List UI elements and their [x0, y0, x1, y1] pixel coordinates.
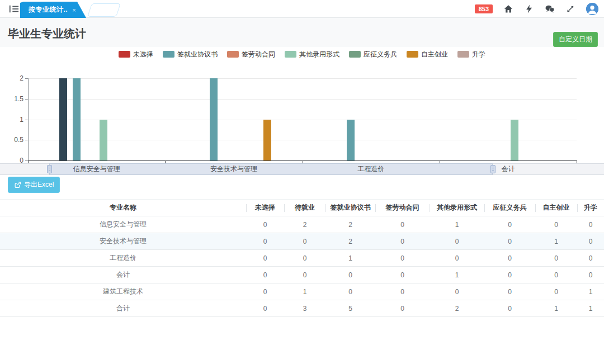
datazoom-window[interactable]	[49, 163, 493, 175]
y-axis-tick	[25, 99, 28, 100]
y-axis-tick	[25, 120, 28, 120]
y-gridline	[28, 99, 577, 100]
column-header: 应征义务兵	[484, 200, 535, 216]
major-name-cell: 合计	[0, 300, 246, 317]
legend-item[interactable]: 未选择	[119, 50, 153, 59]
value-cell: 0	[484, 300, 535, 317]
value-cell: 0	[325, 267, 375, 283]
menu-fold-icon[interactable]	[9, 4, 20, 14]
legend-swatch	[349, 51, 361, 58]
bar-自主创业	[263, 120, 271, 161]
value-cell: 0	[484, 267, 535, 283]
value-cell: 5	[325, 300, 375, 317]
custom-date-button[interactable]: 自定义日期	[553, 32, 598, 47]
value-cell: 0	[246, 267, 284, 283]
legend-item[interactable]: 自主创业	[407, 50, 448, 59]
value-cell: 0	[535, 216, 577, 233]
home-icon[interactable]	[503, 4, 513, 14]
y-axis-tick	[25, 78, 28, 79]
value-cell: 0	[577, 250, 604, 267]
value-cell: 0	[375, 250, 430, 267]
value-cell: 0	[284, 233, 325, 250]
value-cell: 0	[577, 233, 604, 250]
value-cell: 0	[284, 267, 325, 283]
tab-by-major-statistics[interactable]: 按专业统计.. ×	[20, 2, 86, 18]
legend-item[interactable]: 其他录用形式	[285, 50, 339, 59]
table-row: 会计00001000	[0, 267, 604, 283]
bar-签就业协议书	[210, 78, 218, 160]
value-cell: 0	[325, 283, 375, 300]
legend-label: 签就业协议书	[177, 50, 218, 59]
table-header-row: 专业名称未选择待就业签就业协议书签劳动合同其他录用形式应征义务兵自主创业升学	[0, 200, 604, 216]
value-cell: 0	[375, 267, 430, 283]
value-cell: 1	[430, 267, 484, 283]
user-avatar[interactable]	[586, 3, 598, 15]
column-header: 自主创业	[535, 200, 577, 216]
expand-icon[interactable]	[565, 4, 575, 14]
y-axis-tick	[25, 140, 28, 140]
value-cell: 0	[375, 233, 430, 250]
value-cell: 0	[577, 216, 604, 233]
x-axis-line	[28, 160, 577, 161]
value-cell: 0	[577, 267, 604, 283]
value-cell: 0	[535, 283, 577, 300]
chart-legend: 未选择签就业协议书签劳动合同其他录用形式应征义务兵自主创业升学	[0, 50, 604, 59]
export-excel-label: 导出Excel	[24, 180, 54, 190]
table-row: 合计03502011	[0, 300, 604, 317]
bar-其他录用形式	[511, 120, 518, 161]
major-name-cell: 建筑工程技术	[0, 283, 246, 300]
export-excel-button[interactable]: 导出Excel	[8, 177, 60, 193]
value-cell: 2	[325, 216, 375, 233]
major-statistics-table: 专业名称未选择待就业签就业协议书签劳动合同其他录用形式应征义务兵自主创业升学 信…	[0, 199, 604, 317]
value-cell: 1	[284, 283, 325, 300]
notification-badge[interactable]: 853	[475, 4, 493, 13]
legend-label: 自主创业	[421, 50, 448, 59]
value-cell: 0	[375, 283, 430, 300]
value-cell: 1	[325, 250, 375, 267]
y-gridline	[28, 120, 577, 120]
legend-label: 签劳动合同	[242, 50, 275, 59]
legend-swatch	[227, 51, 239, 58]
major-name-cell: 会计	[0, 267, 246, 283]
datazoom-handle-left[interactable]	[47, 165, 52, 173]
column-header: 签就业协议书	[325, 200, 375, 216]
y-tick-label: 0.5	[7, 136, 23, 144]
chat-icon[interactable]	[545, 4, 555, 14]
export-icon	[14, 181, 21, 188]
column-header: 签劳动合同	[375, 200, 430, 216]
bar-待就业	[59, 78, 67, 160]
value-cell: 1	[535, 300, 577, 317]
value-cell: 0	[484, 216, 535, 233]
legend-item[interactable]: 签就业协议书	[163, 50, 218, 59]
value-cell: 1	[535, 233, 577, 250]
legend-label: 应征义务兵	[364, 50, 397, 59]
tab-label: 按专业统计..	[29, 5, 68, 15]
datazoom-handle-right[interactable]	[490, 165, 496, 173]
bar-签就业协议书	[347, 120, 355, 161]
y-gridline	[28, 78, 577, 79]
value-cell: 0	[484, 283, 535, 300]
tab-close-icon[interactable]: ×	[72, 7, 76, 13]
legend-item[interactable]: 应征义务兵	[349, 50, 397, 59]
legend-label: 其他录用形式	[299, 50, 339, 59]
x-axis-tick	[28, 160, 29, 163]
column-header: 专业名称	[0, 200, 246, 216]
legend-item[interactable]: 签劳动合同	[227, 50, 275, 59]
legend-label: 未选择	[133, 50, 153, 59]
page-title: 毕业生专业统计	[8, 26, 86, 41]
major-name-cell: 安全技术与管理	[0, 233, 246, 250]
value-cell: 0	[375, 216, 430, 233]
value-cell: 1	[430, 216, 484, 233]
flash-icon[interactable]	[524, 4, 534, 14]
value-cell: 2	[325, 233, 375, 250]
column-header: 其他录用形式	[430, 200, 484, 216]
y-tick-label: 2	[7, 74, 23, 82]
tab-ghost-outline	[87, 3, 121, 17]
navbar-actions: 853	[475, 0, 604, 18]
y-axis-tick	[25, 160, 28, 161]
legend-item[interactable]: 升学	[457, 50, 485, 59]
y-gridline	[28, 140, 577, 140]
table-row: 建筑工程技术01000001	[0, 283, 604, 300]
column-header: 待就业	[284, 200, 325, 216]
bar-签就业协议书	[73, 78, 81, 160]
